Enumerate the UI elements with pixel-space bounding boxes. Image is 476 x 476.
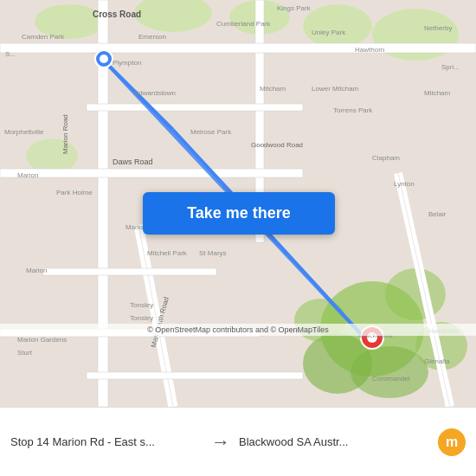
svg-text:Lynton: Lynton: [394, 180, 415, 188]
svg-rect-19: [0, 43, 476, 53]
svg-text:Netherby: Netherby: [424, 24, 452, 32]
svg-text:Park Holme: Park Holme: [56, 189, 93, 196]
svg-text:Sturt: Sturt: [17, 349, 33, 357]
svg-text:Morphettville: Morphettville: [4, 128, 44, 136]
origin-label: Stop 14 Marion Rd - East s...: [10, 435, 155, 448]
svg-text:S...: S...: [5, 50, 16, 58]
svg-text:Mitcham: Mitcham: [260, 85, 286, 93]
svg-text:Coromandel: Coromandel: [372, 375, 410, 383]
svg-text:Spri...: Spri...: [441, 63, 460, 71]
svg-text:Kings Park: Kings Park: [277, 4, 312, 12]
osm-credit: © OpenStreetMap contributors and © OpenM…: [0, 324, 476, 336]
origin-item: Stop 14 Marion Rd - East s...: [10, 435, 203, 448]
moovit-logo: m: [438, 428, 466, 456]
svg-text:Lower Mitcham: Lower Mitcham: [312, 85, 359, 93]
svg-rect-24: [87, 372, 303, 379]
svg-point-30: [100, 55, 108, 63]
svg-text:Emerson: Emerson: [138, 33, 166, 41]
svg-text:Tonsley: Tonsley: [130, 314, 153, 322]
svg-text:Mitcham: Mitcham: [424, 89, 451, 97]
svg-rect-23: [43, 268, 216, 275]
svg-text:Edwardstown: Edwardstown: [134, 89, 176, 97]
svg-text:Mitchell Park: Mitchell Park: [147, 249, 188, 257]
svg-text:Cumberland Park: Cumberland Park: [216, 20, 271, 28]
svg-text:Daws Road: Daws Road: [113, 158, 153, 166]
svg-text:Tonsley: Tonsley: [130, 301, 153, 309]
svg-text:Camden Park: Camden Park: [22, 33, 65, 41]
svg-point-2: [303, 4, 372, 48]
destination-item: Blackwood SA Austr...: [239, 435, 431, 448]
arrow-icon: →: [203, 431, 239, 453]
svg-text:Belair: Belair: [428, 210, 447, 218]
svg-point-9: [351, 346, 428, 398]
svg-text:Melrose Park: Melrose Park: [190, 128, 232, 136]
svg-point-12: [26, 138, 78, 173]
svg-text:Glenalta: Glenalta: [424, 357, 450, 365]
map-container: Cross Road Marion Road Goodwood Road Daw…: [0, 0, 476, 407]
svg-text:St Marys: St Marys: [199, 249, 227, 257]
svg-text:Unley Park: Unley Park: [312, 29, 346, 36]
svg-text:Marion: Marion: [17, 171, 38, 179]
svg-point-7: [385, 268, 446, 320]
svg-rect-20: [0, 169, 303, 177]
svg-text:Marion Road: Marion Road: [61, 114, 69, 154]
svg-text:Hawthorn: Hawthorn: [355, 46, 384, 54]
svg-text:Marion Gardens: Marion Gardens: [17, 336, 67, 344]
svg-text:Torrens Park: Torrens Park: [333, 106, 373, 114]
svg-text:Clapham: Clapham: [372, 154, 400, 162]
svg-text:Plympton: Plympton: [113, 59, 141, 67]
destination-label: Blackwood SA Austr...: [239, 435, 348, 448]
moovit-icon: m: [438, 428, 466, 456]
bottom-bar: Stop 14 Marion Rd - East s... → Blackwoo…: [0, 407, 476, 476]
svg-rect-22: [87, 104, 303, 111]
svg-text:Marion: Marion: [26, 267, 47, 274]
cross-road-label: Cross Road: [93, 10, 141, 19]
take-me-there-button[interactable]: Take me there: [143, 192, 335, 235]
svg-text:Goodwood Road: Goodwood Road: [251, 141, 303, 149]
